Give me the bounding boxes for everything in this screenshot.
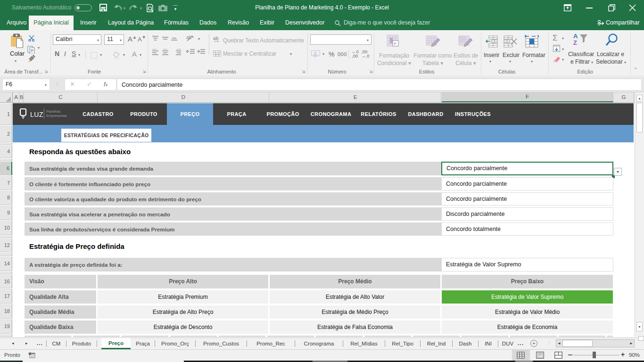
svg-text:ab: ab (186, 35, 192, 40)
svg-text:≠: ≠ (394, 41, 396, 46)
svg-text:ab: ab (213, 36, 219, 41)
